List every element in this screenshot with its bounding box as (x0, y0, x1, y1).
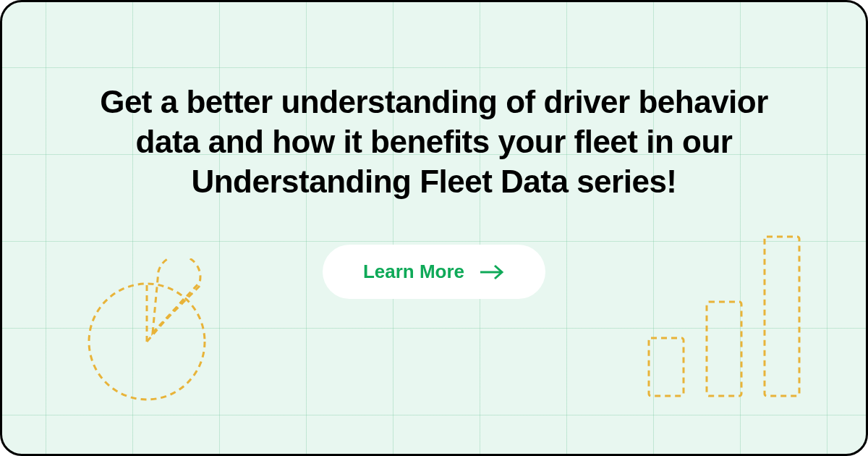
headline-text: Get a better understanding of driver beh… (87, 82, 781, 201)
learn-more-button[interactable]: Learn More (323, 245, 545, 299)
content-container: Get a better understanding of driver beh… (2, 2, 866, 454)
cta-label: Learn More (363, 261, 464, 283)
promo-card: Get a better understanding of driver beh… (0, 0, 868, 456)
arrow-right-icon (479, 263, 505, 281)
